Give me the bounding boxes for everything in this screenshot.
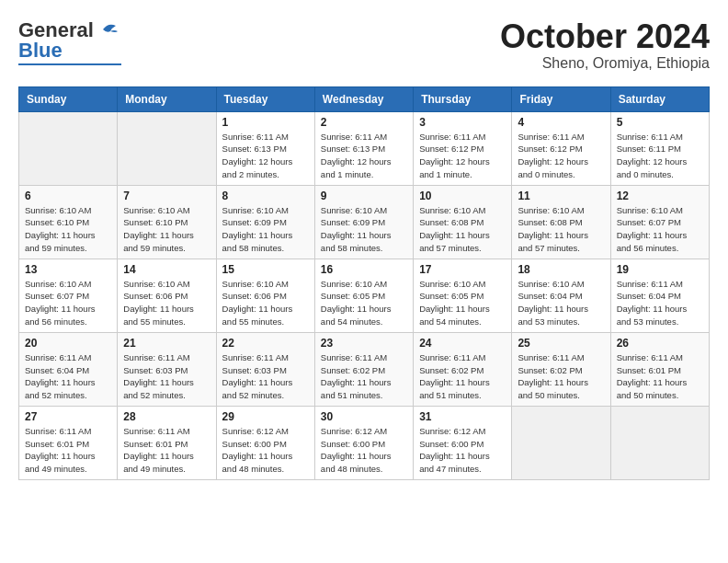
day-info: Sunrise: 6:11 AM Sunset: 6:04 PM Dayligh… [25,351,111,402]
day-number: 31 [419,410,506,423]
day-number: 14 [123,263,210,276]
calendar-cell: 17Sunrise: 6:10 AM Sunset: 6:05 PM Dayli… [414,259,512,332]
weekday-header: Thursday [414,86,512,111]
calendar-table: SundayMondayTuesdayWednesdayThursdayFrid… [18,86,710,480]
day-number: 12 [617,190,703,202]
day-number: 10 [419,190,506,202]
day-info: Sunrise: 6:12 AM Sunset: 6:00 PM Dayligh… [321,425,407,476]
calendar-cell: 23Sunrise: 6:11 AM Sunset: 6:02 PM Dayli… [314,332,413,406]
day-info: Sunrise: 6:11 AM Sunset: 6:02 PM Dayligh… [321,351,407,402]
day-number: 18 [518,263,604,276]
day-info: Sunrise: 6:10 AM Sunset: 6:08 PM Dayligh… [518,204,604,255]
day-number: 25 [518,337,604,350]
day-number: 1 [222,116,309,129]
day-number: 19 [617,263,703,276]
day-number: 7 [123,190,210,202]
day-number: 27 [25,410,111,423]
logo-blue: Blue [18,39,63,63]
day-info: Sunrise: 6:10 AM Sunset: 6:07 PM Dayligh… [617,204,703,255]
calendar-cell: 21Sunrise: 6:11 AM Sunset: 6:03 PM Dayli… [118,332,216,406]
calendar-cell: 20Sunrise: 6:11 AM Sunset: 6:04 PM Dayli… [19,332,118,406]
day-info: Sunrise: 6:11 AM Sunset: 6:01 PM Dayligh… [123,425,210,476]
day-info: Sunrise: 6:11 AM Sunset: 6:12 PM Dayligh… [518,131,604,181]
calendar-cell: 11Sunrise: 6:10 AM Sunset: 6:08 PM Dayli… [512,185,610,259]
calendar-cell: 6Sunrise: 6:10 AM Sunset: 6:10 PM Daylig… [19,185,118,259]
calendar-cell: 30Sunrise: 6:12 AM Sunset: 6:00 PM Dayli… [314,406,413,479]
day-info: Sunrise: 6:10 AM Sunset: 6:09 PM Dayligh… [321,204,407,255]
day-info: Sunrise: 6:10 AM Sunset: 6:09 PM Dayligh… [222,204,309,255]
calendar-cell: 10Sunrise: 6:10 AM Sunset: 6:08 PM Dayli… [414,185,512,259]
calendar-cell: 16Sunrise: 6:10 AM Sunset: 6:05 PM Dayli… [314,259,413,332]
calendar-cell: 26Sunrise: 6:11 AM Sunset: 6:01 PM Dayli… [610,332,709,406]
day-info: Sunrise: 6:12 AM Sunset: 6:00 PM Dayligh… [419,425,506,476]
day-info: Sunrise: 6:11 AM Sunset: 6:02 PM Dayligh… [518,351,604,402]
day-info: Sunrise: 6:11 AM Sunset: 6:01 PM Dayligh… [617,351,703,402]
day-number: 9 [321,190,407,202]
calendar-cell: 31Sunrise: 6:12 AM Sunset: 6:00 PM Dayli… [414,406,512,479]
calendar-cell: 3Sunrise: 6:11 AM Sunset: 6:12 PM Daylig… [414,111,512,185]
calendar-cell: 15Sunrise: 6:10 AM Sunset: 6:06 PM Dayli… [216,259,314,332]
logo-bird-icon [96,20,121,40]
day-info: Sunrise: 6:11 AM Sunset: 6:01 PM Dayligh… [25,425,111,476]
day-number: 21 [123,337,210,350]
day-number: 23 [321,337,407,350]
location-subtitle: Sheno, Oromiya, Ethiopia [500,55,710,72]
calendar-cell: 9Sunrise: 6:10 AM Sunset: 6:09 PM Daylig… [314,185,413,259]
weekday-header: Monday [118,86,216,111]
day-number: 3 [419,116,506,129]
calendar-cell: 19Sunrise: 6:11 AM Sunset: 6:04 PM Dayli… [610,259,709,332]
month-title: October 2024 [500,18,710,55]
day-number: 8 [222,190,309,202]
day-info: Sunrise: 6:10 AM Sunset: 6:10 PM Dayligh… [123,204,210,255]
calendar-cell: 13Sunrise: 6:10 AM Sunset: 6:07 PM Dayli… [19,259,118,332]
logo: General Blue [18,18,121,65]
day-number: 26 [617,337,703,350]
calendar-week-row: 27Sunrise: 6:11 AM Sunset: 6:01 PM Dayli… [19,406,710,479]
day-number: 28 [123,410,210,423]
calendar-cell: 8Sunrise: 6:10 AM Sunset: 6:09 PM Daylig… [216,185,314,259]
weekday-header: Wednesday [314,86,413,111]
title-section: October 2024 Sheno, Oromiya, Ethiopia [500,18,710,72]
calendar-week-row: 6Sunrise: 6:10 AM Sunset: 6:10 PM Daylig… [19,185,710,259]
day-info: Sunrise: 6:10 AM Sunset: 6:08 PM Dayligh… [419,204,506,255]
logo-divider [18,63,121,65]
calendar-cell: 1Sunrise: 6:11 AM Sunset: 6:13 PM Daylig… [216,111,314,185]
day-info: Sunrise: 6:12 AM Sunset: 6:00 PM Dayligh… [222,425,309,476]
day-info: Sunrise: 6:11 AM Sunset: 6:11 PM Dayligh… [617,131,703,181]
calendar-week-row: 20Sunrise: 6:11 AM Sunset: 6:04 PM Dayli… [19,332,710,406]
day-info: Sunrise: 6:10 AM Sunset: 6:05 PM Dayligh… [419,278,506,328]
calendar-week-row: 1Sunrise: 6:11 AM Sunset: 6:13 PM Daylig… [19,111,710,185]
day-info: Sunrise: 6:11 AM Sunset: 6:12 PM Dayligh… [419,131,506,181]
day-number: 4 [518,116,604,129]
day-number: 30 [321,410,407,423]
day-number: 16 [321,263,407,276]
day-info: Sunrise: 6:11 AM Sunset: 6:13 PM Dayligh… [222,131,309,181]
day-info: Sunrise: 6:10 AM Sunset: 6:06 PM Dayligh… [123,278,210,328]
day-info: Sunrise: 6:11 AM Sunset: 6:04 PM Dayligh… [617,278,703,328]
calendar-cell [512,406,610,479]
day-number: 22 [222,337,309,350]
day-number: 15 [222,263,309,276]
day-info: Sunrise: 6:11 AM Sunset: 6:03 PM Dayligh… [123,351,210,402]
day-info: Sunrise: 6:11 AM Sunset: 6:13 PM Dayligh… [321,131,407,181]
day-info: Sunrise: 6:10 AM Sunset: 6:05 PM Dayligh… [321,278,407,328]
day-number: 20 [25,337,111,350]
day-number: 29 [222,410,309,423]
calendar-cell: 2Sunrise: 6:11 AM Sunset: 6:13 PM Daylig… [314,111,413,185]
day-info: Sunrise: 6:10 AM Sunset: 6:06 PM Dayligh… [222,278,309,328]
page-header: General Blue October 2024 Sheno, Oromiya… [18,18,710,72]
calendar-cell: 18Sunrise: 6:10 AM Sunset: 6:04 PM Dayli… [512,259,610,332]
day-info: Sunrise: 6:11 AM Sunset: 6:02 PM Dayligh… [419,351,506,402]
weekday-header-row: SundayMondayTuesdayWednesdayThursdayFrid… [19,86,710,111]
day-info: Sunrise: 6:10 AM Sunset: 6:04 PM Dayligh… [518,278,604,328]
calendar-cell [610,406,709,479]
calendar-cell: 29Sunrise: 6:12 AM Sunset: 6:00 PM Dayli… [216,406,314,479]
calendar-cell: 12Sunrise: 6:10 AM Sunset: 6:07 PM Dayli… [610,185,709,259]
day-number: 24 [419,337,506,350]
calendar-cell [118,111,216,185]
day-info: Sunrise: 6:11 AM Sunset: 6:03 PM Dayligh… [222,351,309,402]
day-number: 2 [321,116,407,129]
day-number: 13 [25,263,111,276]
day-number: 17 [419,263,506,276]
calendar-cell: 14Sunrise: 6:10 AM Sunset: 6:06 PM Dayli… [118,259,216,332]
